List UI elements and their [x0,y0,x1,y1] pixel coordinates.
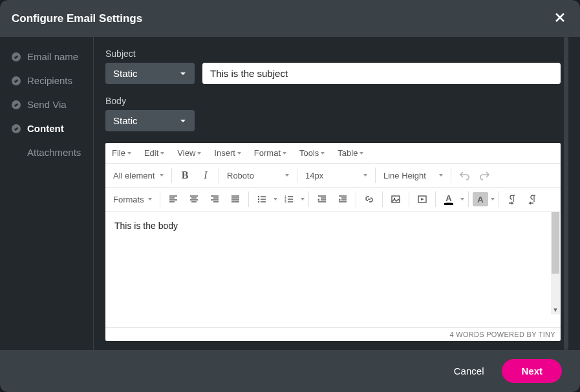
body-label: Body [105,96,561,106]
scroll-down-icon[interactable]: ▼ [551,307,560,313]
close-button[interactable] [552,9,568,28]
caret-icon [148,198,152,201]
svg-point-2 [258,201,259,202]
editor-toolbar-1: All element B I Roboto 14px Line Height [105,164,561,188]
undo-icon [459,170,469,180]
font-size-select[interactable]: 14px [301,168,371,183]
menu-format[interactable]: Format [252,146,289,160]
next-button[interactable]: Next [502,359,562,383]
bold-button[interactable]: B [176,166,194,184]
check-icon [12,52,21,61]
subject-label: Subject [105,49,561,59]
image-icon [391,194,401,204]
menu-table[interactable]: Table [335,146,366,160]
menu-view[interactable]: View [175,146,204,160]
separator [499,191,499,207]
step-label: Recipients [27,75,72,86]
align-justify-button[interactable] [226,190,244,208]
dialog-body: Email name Recipients Send Via Content A… [0,37,580,350]
menu-tools[interactable]: Tools [297,146,327,160]
caret-icon [439,174,443,177]
caret-icon [160,174,164,177]
step-label: Content [27,123,64,134]
caret-icon [321,152,325,155]
step-recipients[interactable]: Recipients [12,75,93,86]
menu-insert[interactable]: Insert [211,146,244,160]
block-format-select[interactable]: All element [109,168,167,183]
align-right-button[interactable] [206,190,224,208]
editor-statusbar: 4 WORDS POWERED BY TINY [105,327,561,341]
text-color-button[interactable]: A [440,190,458,208]
step-label: Attachments [27,147,81,158]
numbered-list-button[interactable]: 123 [280,190,298,208]
bullet-list-icon [257,194,267,204]
menu-file[interactable]: File [109,146,134,160]
subject-mode-select[interactable]: Static [105,63,195,84]
configure-email-dialog: Configure Email Settings Email name Reci… [0,0,580,392]
check-icon [12,124,21,133]
step-content[interactable]: Content [12,123,93,134]
separator [356,191,356,207]
caret-icon [360,152,363,155]
svg-point-0 [258,196,259,197]
separator [409,191,409,207]
caret-icon [197,152,201,155]
dialog-footer: Cancel Next [0,350,580,392]
editor-scrollbar[interactable]: ▼ [551,212,560,314]
panel-scrollbar[interactable] [564,37,568,350]
separator [375,168,376,183]
formats-select[interactable]: Formats [109,192,156,207]
wizard-steps: Email name Recipients Send Via Content A… [0,37,94,350]
bullet-list-button[interactable] [253,190,271,208]
cancel-button[interactable]: Cancel [454,365,484,376]
separator [468,191,469,207]
editor-text: This is the body [114,221,178,231]
ltr-button[interactable] [503,190,521,208]
body-mode-select[interactable]: Static [105,110,195,131]
caret-icon[interactable] [460,198,464,201]
insert-media-button[interactable] [413,190,431,208]
align-left-icon [168,194,178,204]
separator [382,191,383,207]
rich-text-editor: File Edit View Insert Format Tools Table… [105,143,561,341]
step-label: Email name [27,51,78,62]
titlebar: Configure Email Settings [0,0,580,37]
outdent-button[interactable] [313,190,331,208]
step-dot-icon [12,148,21,157]
numbered-list-icon: 123 [284,194,294,204]
indent-button[interactable] [334,190,352,208]
align-center-button[interactable] [185,190,203,208]
separator [451,168,451,183]
caret-icon[interactable] [274,198,277,201]
pilcrow-rtl-icon [528,194,538,204]
scrollbar-thumb[interactable] [552,212,559,274]
separator [248,191,249,207]
step-attachments[interactable]: Attachments [12,147,93,158]
italic-button[interactable]: I [197,166,215,184]
editor-content-area[interactable]: This is the body ▼ [105,212,561,327]
svg-point-1 [258,199,259,200]
subject-mode-value: Static [113,68,138,79]
caret-icon[interactable] [301,198,305,201]
insert-link-button[interactable] [360,190,378,208]
caret-icon[interactable] [491,198,495,201]
separator [160,191,160,207]
line-height-select[interactable]: Line Height [380,168,447,183]
menu-edit[interactable]: Edit [142,146,167,160]
subject-input[interactable] [202,63,561,84]
chevron-down-icon [179,70,187,78]
step-email-name[interactable]: Email name [12,51,93,62]
check-icon [12,100,21,109]
step-send-via[interactable]: Send Via [12,99,93,110]
insert-image-button[interactable] [387,190,405,208]
step-label: Send Via [27,99,67,110]
background-color-button[interactable]: A [473,192,488,206]
align-right-icon [209,194,220,204]
rtl-button[interactable] [524,190,542,208]
dialog-title: Configure Email Settings [12,12,142,25]
redo-button[interactable] [476,166,494,184]
caret-icon [237,152,241,155]
font-family-select[interactable]: Roboto [223,168,293,183]
align-left-button[interactable] [164,190,182,208]
undo-button[interactable] [455,166,473,184]
